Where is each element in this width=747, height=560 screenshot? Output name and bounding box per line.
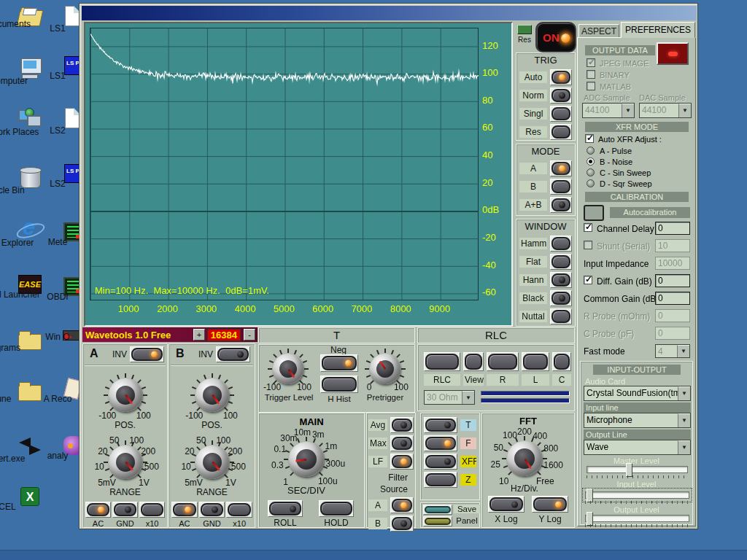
channel-b-gnd-button[interactable] [201, 503, 224, 516]
channel-a-x10-button[interactable] [141, 503, 163, 516]
x-axis-tick-label: 7000 [347, 303, 376, 314]
channel-delay-checkbox[interactable] [584, 223, 592, 232]
fft-xfr-button[interactable] [425, 455, 456, 468]
radio-b-noise[interactable] [587, 158, 595, 166]
input-level-ticks [585, 501, 689, 504]
fft-f-label: F [460, 438, 476, 449]
hzdiv-knob[interactable]: 1025501002004008001600Free [482, 429, 567, 489]
trig-auto-button[interactable] [551, 71, 570, 84]
trigger-hhist-button[interactable] [322, 377, 357, 392]
r-probe-field[interactable]: 0 [655, 309, 690, 322]
mode-a-b-button[interactable] [551, 198, 570, 211]
impedance-select[interactable]: 30 Ohm▼ [424, 390, 475, 405]
channel-b-range-knob[interactable]: 5mV1020501002005001V [176, 432, 249, 493]
shunt-serial-checkbox[interactable] [584, 241, 592, 249]
window-hamm-button[interactable] [551, 237, 570, 250]
shunt-serial-field[interactable]: 10 [655, 239, 690, 252]
power-on-button[interactable]: ON [535, 22, 576, 52]
matlab-checkbox[interactable] [587, 82, 595, 90]
diff-gain-checkbox[interactable] [584, 276, 592, 284]
xlog-button[interactable] [489, 497, 523, 511]
channel-a-range-knob[interactable]: 5mV1020501002005001V [89, 432, 162, 493]
dial-scale-label: 10m [294, 428, 311, 438]
auto-xfr-checkbox[interactable] [585, 134, 594, 143]
channel-b-ac-button[interactable] [173, 503, 196, 516]
jpeg-image-checkbox[interactable] [587, 58, 595, 67]
channel-a-inv-button[interactable] [131, 348, 163, 361]
trig-norm-button[interactable] [551, 89, 570, 102]
radio-a-pulse[interactable] [587, 147, 595, 155]
pretrigger-knob[interactable]: 0100 [357, 346, 414, 392]
trigger-level-knob[interactable]: -100100 [259, 346, 317, 392]
filter-avg-button[interactable] [392, 419, 412, 432]
fft-z-label: Z [460, 474, 476, 486]
radio-d-sqr-sweep[interactable] [587, 179, 595, 187]
panel-button[interactable] [425, 518, 451, 525]
desktop-icon-label: Mete [48, 238, 68, 247]
tab-preferences[interactable]: PREFERENCES [621, 22, 695, 38]
dial-scale-label: 100 [394, 382, 409, 392]
samples-minus-button[interactable]: - [244, 329, 255, 341]
common-gain-field[interactable]: 0 [655, 292, 690, 305]
fft-z-button[interactable] [425, 473, 456, 486]
rlc-c-button[interactable] [554, 354, 570, 370]
channel-b-x10-button[interactable] [228, 503, 251, 516]
mode-a-button[interactable] [551, 162, 570, 175]
fft-f-button[interactable] [425, 437, 456, 450]
window-hann-button[interactable] [551, 273, 570, 287]
filter-lf-button[interactable] [392, 455, 412, 468]
mode-b-button[interactable] [551, 180, 570, 193]
rlc-r-button[interactable] [488, 354, 517, 370]
trig-singl-button[interactable] [551, 107, 570, 120]
input-line-select[interactable]: Microphone▼ [584, 413, 691, 428]
window-black-button[interactable] [551, 292, 570, 305]
window-flat-button[interactable] [551, 255, 570, 268]
master-level-slider[interactable] [587, 466, 688, 473]
fft-t-button[interactable] [425, 419, 456, 432]
wavetools-titlebar[interactable]: Wavetools 1.0 Free + 16384 - [82, 327, 258, 342]
input-impedance-field[interactable]: 10000 [655, 257, 690, 270]
dial-scale-label: 20 [98, 447, 107, 456]
save-button[interactable] [425, 506, 451, 513]
channel-a-ac-button[interactable] [87, 503, 109, 516]
rlc-rlc-button[interactable] [425, 354, 459, 370]
channel-b-pos-knob[interactable]: -100100 [176, 365, 249, 426]
channel-b-inv-button[interactable] [217, 348, 249, 361]
window-nuttal-button[interactable] [551, 310, 570, 323]
secdiv-knob[interactable]: 10.30.130m10m3m1m300u100u [263, 430, 350, 489]
output-level-slider[interactable] [585, 515, 689, 522]
rlc-l-button[interactable] [523, 354, 548, 370]
input-level-slider[interactable] [585, 491, 689, 499]
channel-a-gnd-button[interactable] [114, 503, 136, 516]
trigger-neg-button[interactable] [322, 356, 357, 370]
led-indicator [400, 459, 407, 465]
source-a-button[interactable] [392, 499, 412, 512]
c-probe-field[interactable]: 0 [655, 327, 690, 340]
filter-max-button[interactable] [392, 437, 412, 450]
ylog-button[interactable] [533, 497, 567, 511]
radio-c-sin-sweep[interactable] [587, 168, 595, 176]
roll-button[interactable] [269, 502, 301, 516]
desktop-icon-my-documents[interactable]: My Documents [1, 6, 58, 22]
dac-sample-select[interactable]: 44100▼ [639, 103, 692, 118]
trig-res-button[interactable] [551, 125, 570, 139]
desktop-icon-scan-tool-launcher[interactable]: EASEScan Tool Launcher [1, 273, 58, 292]
audio-card-select[interactable]: Crystal SoundFusion(tm)▼ [584, 386, 691, 401]
diff-gain-field[interactable]: 0 [655, 274, 690, 287]
channel-delay-field[interactable]: 0 [655, 222, 690, 235]
window-group-title: WINDOW [516, 221, 575, 233]
channel-a-pos-knob[interactable]: -100100 [89, 365, 162, 426]
rlc-view-label: View [463, 374, 484, 386]
hold-button[interactable] [320, 502, 352, 516]
source-b-button[interactable] [392, 517, 412, 530]
desktop-icon-excel[interactable]: XEXCEL [1, 486, 58, 505]
output-line-select[interactable]: Wave▼ [584, 440, 691, 455]
adc-sample-select[interactable]: 44100▼ [582, 103, 635, 118]
autocalibration-button[interactable] [584, 205, 604, 221]
fast-mode-select[interactable]: 4▼ [655, 344, 690, 358]
tab-aspect[interactable]: ASPECT [578, 24, 619, 38]
rlc-view-button[interactable] [465, 354, 482, 370]
binary-checkbox[interactable] [587, 70, 595, 79]
app-titlebar[interactable] [82, 6, 697, 20]
samples-plus-button[interactable]: + [193, 329, 205, 341]
